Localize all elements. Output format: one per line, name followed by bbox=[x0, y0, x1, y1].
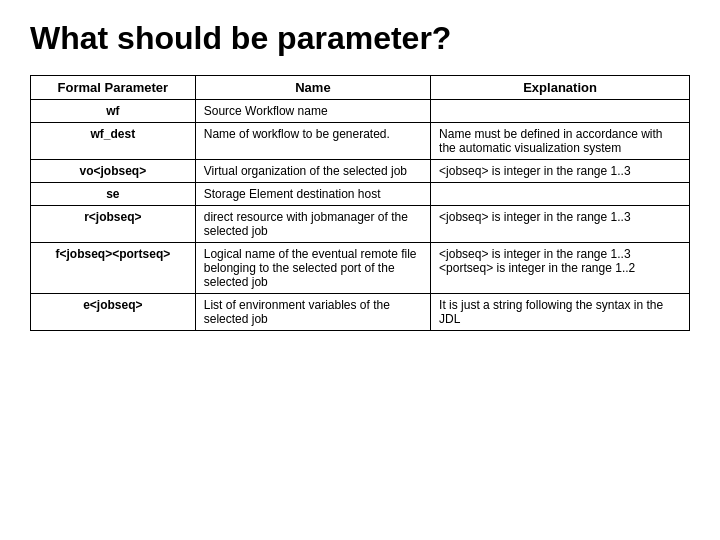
cell-formal-2: vo<jobseq> bbox=[31, 160, 196, 183]
header-explanation: Explanation bbox=[431, 76, 690, 100]
cell-explanation-5: <jobseq> is integer in the range 1..3<po… bbox=[431, 243, 690, 294]
table-row: r<jobseq>direct resource with jobmanager… bbox=[31, 206, 690, 243]
cell-formal-6: e<jobseq> bbox=[31, 294, 196, 331]
page-title: What should be parameter? bbox=[30, 20, 690, 57]
cell-name-1: Name of workflow to be generated. bbox=[195, 123, 430, 160]
cell-formal-1: wf_dest bbox=[31, 123, 196, 160]
table-row: wf_destName of workflow to be generated.… bbox=[31, 123, 690, 160]
cell-explanation-6: It is just a string following the syntax… bbox=[431, 294, 690, 331]
table-row: wfSource Workflow name bbox=[31, 100, 690, 123]
cell-explanation-3 bbox=[431, 183, 690, 206]
cell-explanation-4: <jobseq> is integer in the range 1..3 bbox=[431, 206, 690, 243]
cell-name-0: Source Workflow name bbox=[195, 100, 430, 123]
cell-name-4: direct resource with jobmanager of the s… bbox=[195, 206, 430, 243]
cell-explanation-0 bbox=[431, 100, 690, 123]
cell-formal-0: wf bbox=[31, 100, 196, 123]
cell-name-2: Virtual organization of the selected job bbox=[195, 160, 430, 183]
table-row: e<jobseq>List of environment variables o… bbox=[31, 294, 690, 331]
page-container: What should be parameter? Formal Paramet… bbox=[0, 0, 720, 540]
cell-formal-4: r<jobseq> bbox=[31, 206, 196, 243]
params-table: Formal Parameter Name Explanation wfSour… bbox=[30, 75, 690, 331]
cell-formal-5: f<jobseq><portseq> bbox=[31, 243, 196, 294]
cell-name-5: Logical name of the eventual remote file… bbox=[195, 243, 430, 294]
cell-name-6: List of environment variables of the sel… bbox=[195, 294, 430, 331]
cell-name-3: Storage Element destination host bbox=[195, 183, 430, 206]
cell-formal-3: se bbox=[31, 183, 196, 206]
table-row: seStorage Element destination host bbox=[31, 183, 690, 206]
table-row: vo<jobseq>Virtual organization of the se… bbox=[31, 160, 690, 183]
cell-explanation-1: Name must be defined in accordance with … bbox=[431, 123, 690, 160]
header-name: Name bbox=[195, 76, 430, 100]
header-formal-param: Formal Parameter bbox=[31, 76, 196, 100]
table-header-row: Formal Parameter Name Explanation bbox=[31, 76, 690, 100]
table-row: f<jobseq><portseq>Logical name of the ev… bbox=[31, 243, 690, 294]
cell-explanation-2: <jobseq> is integer in the range 1..3 bbox=[431, 160, 690, 183]
